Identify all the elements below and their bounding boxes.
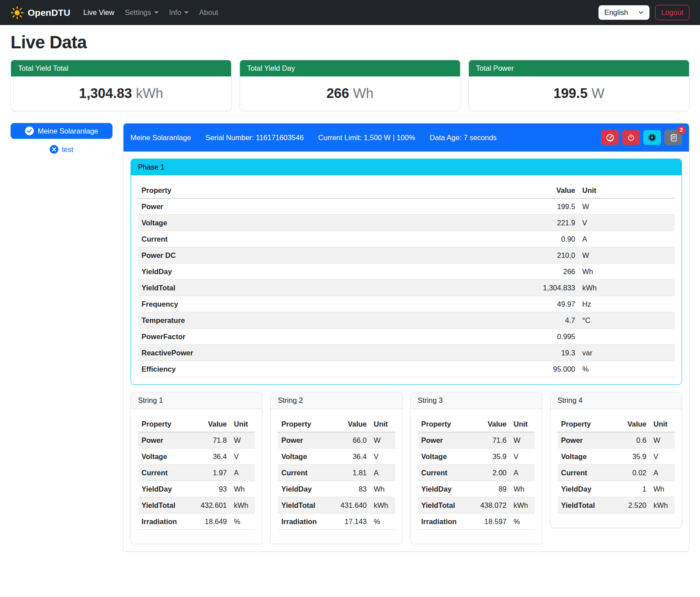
string-2-table: Property Value Unit Power [278,416,395,530]
property-cell: Voltage [558,449,611,465]
property-cell: Power [138,199,526,215]
logout-button[interactable]: Logout [655,5,689,20]
card-title: Total Power [469,60,689,76]
property-cell: Temperature [138,312,526,329]
value-cell: 221.9 [526,215,579,231]
property-cell: Voltage [418,449,472,465]
unit-cell: W [370,432,395,449]
value-cell: 1.81 [332,465,370,481]
brand[interactable]: OpenDTU [11,6,70,19]
property-cell: Power [558,432,611,449]
property-cell: YieldTotal [558,497,611,514]
property-cell: Current [418,465,472,481]
string-4-card: String 4 Property Value Unit [550,392,682,528]
column-header-property: Property [418,416,472,432]
unit-cell: W [510,432,535,449]
inverter-name: Meine Solaranlage [131,134,191,142]
property-cell: Irradiation [418,514,472,530]
string-title: String 2 [271,392,402,409]
property-cell: Current [138,231,526,247]
nav-link-settings[interactable]: Settings [120,5,164,20]
table-row: YieldDay 83 Wh [278,481,395,497]
summary-cards: Total Yield Total 1,304.83kWh Total Yiel… [11,60,689,111]
value-cell: 432.601 [192,497,230,514]
nav-link-info[interactable]: Info [164,5,194,20]
value-cell: 89 [472,481,510,497]
property-cell: Irradiation [138,514,192,530]
property-cell: YieldDay [138,264,526,280]
unit-cell: % [510,514,535,530]
table-row: YieldTotal 431.640 kWh [278,497,395,514]
inverter-card: Meine Solaranlage Serial Number: 1161716… [123,123,689,552]
unit-cell: Wh [230,481,255,497]
unit-cell: % [370,514,395,530]
property-cell: Current [558,465,611,481]
unit-cell: kWh [579,280,675,296]
value-cell: 1 [611,481,650,497]
value-cell: 431.640 [332,497,370,514]
device-info-button[interactable] [643,130,661,145]
property-cell: YieldTotal [278,497,331,514]
table-row: Current 0.90 A [138,231,675,247]
check-circle-icon [25,127,34,135]
sidebar-item-test-label: test [62,145,73,154]
value-cell: 266 [526,264,579,280]
strings-row: String 1 Property Value Unit [131,392,682,544]
nav-link-about[interactable]: About [194,5,223,20]
table-row: YieldTotal 432.601 kWh [138,497,255,514]
unit-cell: Wh [579,264,675,280]
inverter-selected-label: Meine Solaranlage [38,127,98,135]
total-yield-total-card: Total Yield Total 1,304.83kWh [11,60,232,111]
unit-cell: V [370,449,395,465]
property-cell: YieldTotal [418,497,472,514]
phase-title: Phase 1 [131,159,682,175]
column-header-property: Property [278,416,331,432]
unit-cell: kWh [650,497,675,514]
unit-cell: W [230,432,255,449]
table-row: Power 0.6 W [558,432,675,449]
value-cell: 0.02 [611,465,650,481]
table-row: Power 199.5 W [138,199,675,215]
total-yield-day-card: Total Yield Day 266Wh [239,60,461,111]
sidebar-item-test[interactable]: test [11,145,112,154]
value-cell: 199.5 [526,199,579,215]
value-cell: 66.0 [332,432,370,449]
total-power-value: 199.5 [554,86,588,101]
table-row: YieldDay 266 Wh [138,264,675,280]
total-power-card: Total Power 199.5W [468,60,689,111]
nav-link-live-view[interactable]: Live View [78,5,120,20]
power-button[interactable] [622,130,640,145]
page-title: Live Data [11,33,689,52]
unit-cell: kWh [510,497,535,514]
unit-cell: Wh [370,481,395,497]
language-select[interactable]: English [598,5,649,20]
cpu-icon [648,133,656,142]
property-cell: Efficiency [138,361,526,377]
navbar-right: English Logout [598,5,689,20]
property-cell: Current [138,465,192,481]
column-header-value: Value [611,416,650,432]
unit-cell: W [650,432,675,449]
table-row: Irradiation 17.143 % [278,514,395,530]
speedometer-icon [606,134,614,142]
table-row: Voltage 36.4 V [138,449,255,465]
property-cell: YieldDay [138,481,192,497]
table-row: YieldDay 93 Wh [138,481,255,497]
unit-cell: A [579,231,675,247]
table-row: PowerFactor 0.995 [138,329,675,345]
limit-settings-button[interactable] [601,130,619,145]
string-2-card: String 2 Property Value Unit [270,392,402,544]
column-header-property: Property [558,416,611,432]
property-cell: Current [278,465,331,481]
column-header-value: Value [192,416,230,432]
value-cell: 95.000 [526,361,579,377]
value-cell: 71.6 [472,432,510,449]
unit-cell: kWh [370,497,395,514]
unit-cell: var [579,345,675,361]
unit-cell: Hz [579,296,675,312]
property-cell: Power DC [138,247,526,264]
unit-cell: kWh [230,497,255,514]
value-cell: 35.9 [611,449,650,465]
inverter-selected-button[interactable]: Meine Solaranlage [11,123,112,139]
event-log-button[interactable]: 2 [664,130,682,145]
